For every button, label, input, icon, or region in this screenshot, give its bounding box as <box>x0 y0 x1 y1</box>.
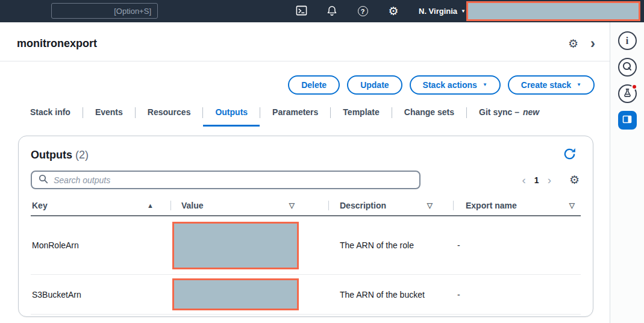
notification-dot <box>631 84 637 90</box>
tab-new-badge: new <box>523 107 539 117</box>
search-shortcut-hint: [Option+S] <box>114 7 151 16</box>
chevron-left-icon: ‹ <box>522 174 526 186</box>
tab-label: Outputs <box>215 107 248 117</box>
stack-tabs: Stack info Events Resources Outputs Para… <box>17 104 610 127</box>
table-row: S3BucketArn The ARN of the bucket - <box>31 275 581 315</box>
output-key: MonRoleArn <box>31 240 171 250</box>
amazon-q-icon <box>622 61 632 73</box>
tab-git-sync[interactable]: Git sync – new <box>467 104 551 127</box>
stack-actions-label: Stack actions <box>423 80 477 90</box>
aws-console: [Option+S] <box>0 0 644 323</box>
outputs-panel: Outputs (2) <box>18 136 593 317</box>
gear-icon: ⚙ <box>388 5 398 17</box>
tab-label: Parameters <box>272 107 318 117</box>
redacted-account-menu <box>466 1 640 21</box>
table-header-row: Key ▲ Value ▽ Description ▽ <box>31 196 581 216</box>
settings-button[interactable]: ⚙ <box>387 5 400 18</box>
refresh-button[interactable] <box>561 147 577 163</box>
column-label: Key <box>32 201 48 210</box>
preferences-button[interactable]: ⚙ <box>569 174 580 186</box>
terminal-icon <box>296 5 307 18</box>
rail-amazon-q-button[interactable] <box>618 58 637 77</box>
column-header-value[interactable]: Value ▽ <box>171 196 329 215</box>
chevron-right-icon: › <box>548 174 551 186</box>
help-button[interactable]: ? <box>356 5 369 18</box>
search-outputs-input[interactable] <box>54 175 413 185</box>
side-panel-icon <box>622 114 632 126</box>
tab-label: Template <box>343 107 379 117</box>
outputs-toolbar: ‹ 1 › ⚙ <box>31 171 581 189</box>
tab-outputs[interactable]: Outputs <box>203 104 260 127</box>
gear-icon: ⚙ <box>568 37 578 50</box>
rail-side-panel-button[interactable] <box>618 111 637 130</box>
tab-template[interactable]: Template <box>331 104 391 127</box>
question-icon: ? <box>358 6 368 16</box>
tab-stack-info[interactable]: Stack info <box>17 104 83 127</box>
stack-settings-button[interactable]: ⚙ <box>568 38 578 49</box>
tab-parameters[interactable]: Parameters <box>260 104 330 127</box>
console-search-input[interactable]: [Option+S] <box>51 3 158 19</box>
chevron-down-icon: ▼ <box>577 83 581 87</box>
create-stack-dropdown[interactable]: Create stack ▼ <box>508 75 595 95</box>
notifications-button[interactable] <box>325 5 339 18</box>
next-page-button[interactable]: › <box>543 174 556 186</box>
cloudshell-button[interactable] <box>295 5 308 18</box>
chevron-down-icon: ▼ <box>461 9 466 14</box>
output-value <box>171 222 329 269</box>
output-export-name: - <box>454 290 581 299</box>
tab-label: Resources <box>148 107 191 117</box>
tab-resources[interactable]: Resources <box>136 104 203 127</box>
rail-info-button[interactable]: i <box>618 31 637 50</box>
chevron-right-icon: › <box>590 35 595 51</box>
sort-icon: ▽ <box>569 201 575 210</box>
region-label: N. Virginia <box>419 7 457 16</box>
tab-label: Change sets <box>404 107 454 117</box>
create-stack-label: Create stack <box>521 80 571 90</box>
outputs-table: Key ▲ Value ▽ Description ▽ <box>31 196 581 315</box>
tab-label: Stack info <box>30 107 70 117</box>
sort-ascending-icon: ▲ <box>147 202 154 209</box>
table-row: MonRoleArn The ARN of the role - <box>31 216 581 275</box>
sort-icon: ▽ <box>427 201 433 210</box>
stack-actions-dropdown[interactable]: Stack actions ▼ <box>410 75 501 95</box>
delete-button-label: Delete <box>301 80 327 90</box>
region-selector[interactable]: N. Virginia ▼ <box>419 7 466 16</box>
update-button-label: Update <box>360 80 389 90</box>
column-label: Value <box>181 201 204 210</box>
output-description: The ARN of the bucket <box>329 290 454 299</box>
column-header-key[interactable]: Key ▲ <box>31 196 171 215</box>
column-header-description[interactable]: Description ▽ <box>329 196 454 215</box>
topbar-controls: ? ⚙ N. Virginia ▼ <box>295 0 466 22</box>
help-rail: i <box>610 22 644 323</box>
info-icon: i <box>626 36 628 46</box>
update-button[interactable]: Update <box>347 75 402 95</box>
stack-actions-row: Delete Update Stack actions ▼ Create sta… <box>0 61 610 95</box>
current-page: 1 <box>531 175 543 185</box>
column-label: Description <box>340 201 386 210</box>
outputs-search <box>31 171 420 189</box>
delete-button[interactable]: Delete <box>288 75 340 95</box>
redacted-value <box>172 222 299 269</box>
tab-label: Events <box>95 107 123 117</box>
output-description: The ARN of the role <box>329 240 454 250</box>
search-icon <box>39 174 48 186</box>
gear-icon: ⚙ <box>569 174 580 186</box>
sort-icon: ▽ <box>289 201 295 210</box>
output-value <box>171 278 329 310</box>
content-area: monitronexport ⚙ › Delete Update Stack a… <box>0 22 610 323</box>
output-key: S3BucketArn <box>31 290 171 299</box>
column-header-export-name[interactable]: Export name ▽ <box>454 196 581 215</box>
tab-label: Git sync – <box>479 107 519 117</box>
expand-header-button[interactable]: › <box>590 36 595 51</box>
rail-labs-button[interactable] <box>618 84 637 103</box>
outputs-count: (2) <box>75 149 89 162</box>
refresh-icon <box>563 147 577 163</box>
pagination: ‹ 1 › ⚙ <box>517 174 580 186</box>
previous-page-button[interactable]: ‹ <box>517 174 531 186</box>
flask-icon <box>623 88 632 99</box>
outputs-panel-header: Outputs (2) <box>31 147 581 163</box>
main-area: monitronexport ⚙ › Delete Update Stack a… <box>0 22 644 323</box>
tab-events[interactable]: Events <box>83 104 135 127</box>
tab-change-sets[interactable]: Change sets <box>392 104 466 127</box>
bell-icon <box>327 5 337 18</box>
